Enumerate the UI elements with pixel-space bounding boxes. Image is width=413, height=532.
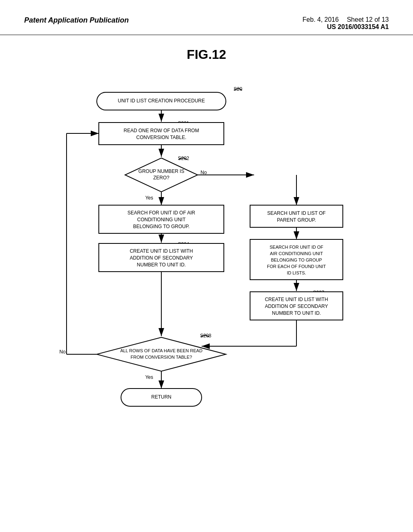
publication-label: Patent Application Publication bbox=[24, 16, 129, 25]
header-date: Feb. 4, 2016 bbox=[302, 16, 339, 23]
page-header: Patent Application Publication Feb. 4, 2… bbox=[0, 0, 413, 35]
s201-node bbox=[99, 123, 224, 145]
s207-text2: ADDITION OF SECONDARY bbox=[265, 303, 328, 309]
header-sheet: Sheet 12 of 13 bbox=[347, 16, 389, 23]
s204-text2: ADDITION OF SECONDARY bbox=[130, 255, 193, 261]
s205-text1: SEARCH UNIT ID LIST OF bbox=[267, 210, 326, 216]
flowchart-diagram: S20 UNIT ID LIST CREATION PROCEDURE S201… bbox=[0, 70, 413, 513]
s206-text3: BELONGING TO GROUP bbox=[271, 258, 322, 262]
s202-text2: ZERO? bbox=[153, 175, 169, 181]
s207-text3: NUMBER TO UNIT ID. bbox=[272, 310, 321, 316]
s206-text4: FOR EACH OF FOUND UNIT bbox=[267, 264, 326, 269]
s206-text5: ID LISTS. bbox=[287, 270, 306, 275]
header-right: Feb. 4, 2016 Sheet 12 of 13 US 2016/0033… bbox=[302, 16, 389, 31]
start-label: UNIT ID LIST CREATION PROCEDURE bbox=[118, 98, 205, 104]
flowchart-svg: S20 UNIT ID LIST CREATION PROCEDURE S201… bbox=[0, 70, 413, 513]
yes-label-s208: Yes bbox=[145, 374, 153, 380]
patent-number: US 2016/0033154 A1 bbox=[327, 23, 389, 31]
no-label-s208: No bbox=[59, 349, 66, 355]
s206-text1: SEARCH FOR UNIT ID OF bbox=[269, 245, 323, 249]
s205-text2: PARENT GROUP. bbox=[277, 217, 316, 223]
s208-text2: FROM CONVERSION TABLE? bbox=[131, 355, 192, 360]
s202-text1: GROUP NUMBER IS bbox=[138, 168, 184, 174]
s204-text1: CREATE UNIT ID LIST WITH bbox=[130, 248, 193, 254]
s205-node bbox=[250, 205, 343, 227]
s204-text3: NUMBER TO UNIT ID. bbox=[137, 262, 186, 268]
s203-text2: CONDITIONING UNIT bbox=[137, 217, 186, 222]
figure-title: FIG.12 bbox=[0, 47, 413, 62]
s203-text1: SEARCH FOR UNIT ID OF AIR bbox=[127, 210, 195, 216]
yes-label-s202: Yes bbox=[145, 195, 153, 201]
s206-text2: AIR CONDITIONING UNIT bbox=[270, 251, 323, 256]
s208-text1: ALL ROWS OF DATA HAVE BEEN READ bbox=[120, 348, 202, 353]
s201-text2: CONVERSION TABLE. bbox=[136, 135, 186, 140]
s201-text1: READ ONE ROW OF DATA FROM bbox=[124, 128, 199, 133]
return-label: RETURN bbox=[151, 394, 171, 400]
s203-text3: BELONGING TO GROUP. bbox=[133, 224, 190, 229]
s207-text1: CREATE UNIT ID LIST WITH bbox=[265, 297, 328, 302]
